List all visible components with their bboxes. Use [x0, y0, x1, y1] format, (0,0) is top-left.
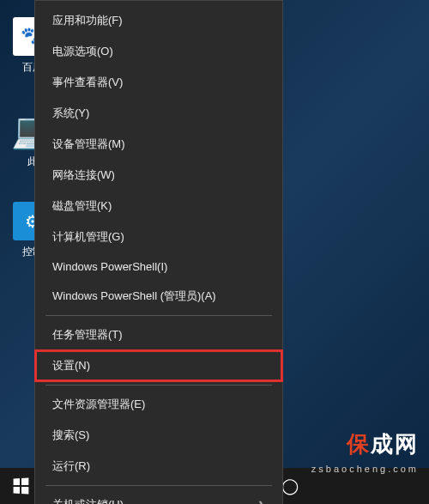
menu-system[interactable]: 系统(Y) [35, 98, 282, 129]
menu-powershell[interactable]: Windows PowerShell(I) [35, 252, 282, 281]
menu-network-connections[interactable]: 网络连接(W) [35, 160, 282, 191]
menu-run[interactable]: 运行(R) [35, 451, 282, 482]
menu-label: 事件查看器(V) [52, 75, 123, 90]
menu-event-viewer[interactable]: 事件查看器(V) [35, 67, 282, 98]
menu-label: 应用和功能(F) [52, 13, 123, 28]
menu-power-options[interactable]: 电源选项(O) [35, 36, 282, 67]
menu-separator [45, 385, 272, 386]
menu-label: 计算机管理(G) [52, 229, 124, 245]
menu-file-explorer[interactable]: 文件资源管理器(E) [35, 389, 282, 420]
menu-computer-management[interactable]: 计算机管理(G) [35, 222, 282, 252]
menu-separator [45, 485, 272, 486]
menu-label: 磁盘管理(K) [52, 198, 112, 214]
menu-device-manager[interactable]: 设备管理器(M) [35, 129, 282, 160]
menu-separator [45, 315, 272, 316]
menu-label: 系统(Y) [52, 106, 89, 121]
menu-label: 电源选项(O) [52, 44, 113, 59]
menu-label: Windows PowerShell (管理员)(A) [52, 288, 216, 304]
menu-label: 网络连接(W) [52, 167, 115, 183]
menu-task-manager[interactable]: 任务管理器(T) [35, 319, 282, 350]
chevron-right-icon: ❯ [257, 500, 265, 505]
menu-settings[interactable]: 设置(N) [35, 350, 282, 381]
menu-shutdown-signout[interactable]: 关机或注销(U) ❯ [35, 489, 282, 504]
menu-disk-management[interactable]: 磁盘管理(K) [35, 191, 282, 222]
watermark-logo: 保成网 [347, 429, 419, 459]
menu-label: 设备管理器(M) [52, 137, 125, 152]
menu-label: 任务管理器(T) [52, 327, 123, 343]
cortana-icon: ◯ [281, 477, 299, 495]
menu-apps-features[interactable]: 应用和功能(F) [35, 5, 282, 36]
menu-search[interactable]: 搜索(S) [35, 420, 282, 451]
menu-label: 搜索(S) [52, 428, 89, 443]
menu-label: 关机或注销(U) [52, 497, 124, 504]
menu-label: 运行(R) [52, 458, 90, 474]
winx-context-menu: 应用和功能(F) 电源选项(O) 事件查看器(V) 系统(Y) 设备管理器(M)… [34, 0, 283, 504]
menu-label: 设置(N) [52, 358, 90, 373]
menu-label: Windows PowerShell(I) [52, 260, 167, 273]
menu-powershell-admin[interactable]: Windows PowerShell (管理员)(A) [35, 281, 282, 312]
watermark-url: zsbaocheng.com [311, 464, 419, 474]
windows-logo-icon [14, 478, 29, 495]
menu-label: 文件资源管理器(E) [52, 397, 145, 412]
